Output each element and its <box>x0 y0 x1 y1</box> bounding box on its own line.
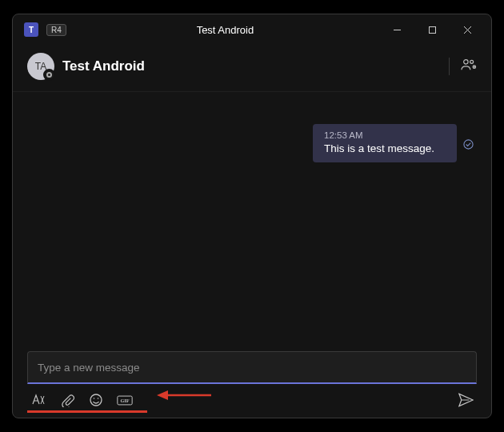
message-bubble[interactable]: 12:53 AM This is a test message. <box>313 124 457 162</box>
svg-point-12 <box>98 398 99 399</box>
minimize-button[interactable] <box>379 18 414 42</box>
presence-indicator <box>43 69 55 81</box>
maximize-button[interactable] <box>414 18 450 42</box>
message-composer[interactable] <box>27 351 477 384</box>
message-list[interactable]: 12:53 AM This is a test message. <box>13 92 491 351</box>
chat-header: TA Test Android <box>13 45 491 92</box>
titlebar: T R4 Test Android <box>13 14 491 45</box>
svg-rect-1 <box>429 26 435 33</box>
message-status-icon <box>463 138 474 153</box>
message-input[interactable] <box>38 362 466 374</box>
profile-badge[interactable]: R4 <box>46 24 66 36</box>
attach-button[interactable] <box>59 392 75 408</box>
message-row: 12:53 AM This is a test message. <box>30 124 474 162</box>
app-icon-letter: T <box>29 26 34 34</box>
svg-point-4 <box>464 60 468 64</box>
gif-button[interactable]: GIF <box>117 392 133 408</box>
emoji-button[interactable] <box>88 392 104 408</box>
svg-marker-16 <box>157 390 168 400</box>
send-button[interactable] <box>458 392 474 408</box>
svg-point-5 <box>470 60 474 63</box>
format-button[interactable] <box>30 392 46 408</box>
chat-title: Test Android <box>62 58 449 74</box>
chat-window: T R4 Test Android TA Test Android <box>12 14 492 418</box>
window-title: Test Android <box>71 24 379 36</box>
header-actions <box>449 58 477 75</box>
add-people-button[interactable] <box>461 58 477 75</box>
message-time: 12:53 AM <box>324 130 446 140</box>
composer-toolbar: GIF <box>27 392 477 408</box>
message-text: This is a test message. <box>324 142 446 154</box>
divider <box>449 58 450 75</box>
avatar[interactable]: TA <box>27 53 54 80</box>
teams-app-icon: T <box>24 22 38 37</box>
annotation-underline <box>27 410 147 413</box>
close-button[interactable] <box>450 18 485 42</box>
svg-point-9 <box>464 140 473 149</box>
svg-point-11 <box>94 398 95 399</box>
annotation-arrow-icon <box>157 389 213 405</box>
svg-text:GIF: GIF <box>120 398 129 403</box>
composer-area: GIF <box>13 351 491 418</box>
window-controls <box>379 18 485 42</box>
svg-point-10 <box>90 394 102 406</box>
